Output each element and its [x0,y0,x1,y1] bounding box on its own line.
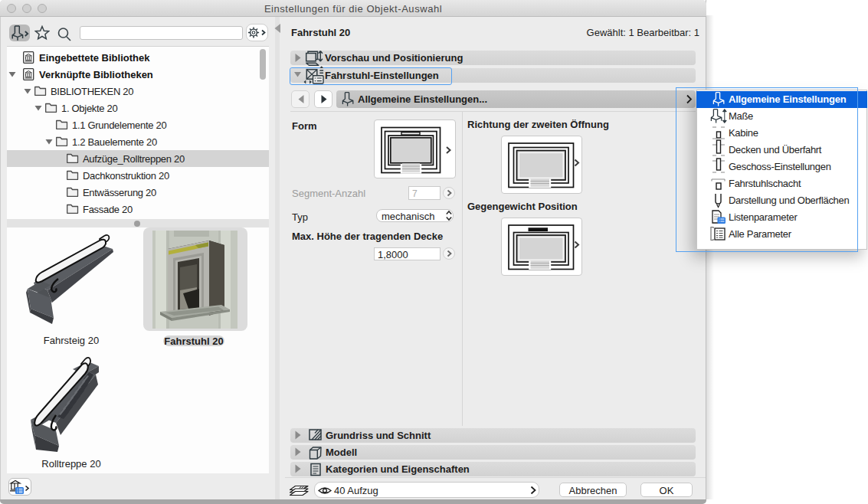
svg-text:Eingebettete Bibliothek: Eingebettete Bibliothek [39,52,150,64]
svg-text:1. Objekte 20: 1. Objekte 20 [61,103,117,114]
svg-text:1.1 Grundelemente 20: 1.1 Grundelemente 20 [72,119,166,131]
svg-text:1.2 Bauelemente 20: 1.2 Bauelemente 20 [72,136,157,148]
svg-text:Fahrstuhl-Einstellungen: Fahrstuhl-Einstellungen [325,70,439,81]
svg-text:BIBLIOTHEKEN 20: BIBLIOTHEKEN 20 [51,86,133,97]
svg-text:Entwässerung 20: Entwässerung 20 [83,187,156,198]
svg-text:Vorschau und Positionierung: Vorschau und Positionierung [325,52,463,64]
svg-text:Fassade 20: Fassade 20 [83,204,133,215]
svg-text:Aufzüge_Rolltreppen 20: Aufzüge_Rolltreppen 20 [83,153,185,165]
svg-text:Dachkonstruktion 20: Dachkonstruktion 20 [83,170,169,182]
svg-text:Allgemeine Einstellungen...: Allgemeine Einstellungen... [358,93,487,105]
svg-text:Verknüpfte Bibliotheken: Verknüpfte Bibliotheken [39,69,153,80]
